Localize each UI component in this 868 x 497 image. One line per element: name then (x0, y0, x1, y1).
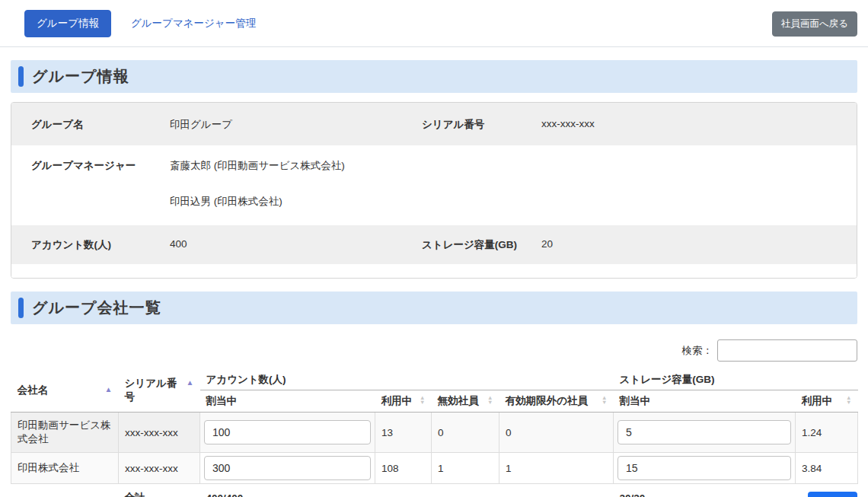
accounts-in-use-cell: 108 (375, 453, 432, 484)
column-header-accounts-allocated: 割当中 (200, 390, 375, 413)
search-row: 検索： (11, 339, 857, 362)
group-manager-label: グループマネージャー (11, 145, 161, 225)
serial-cell: xxx-xxx-xxx (119, 453, 200, 484)
table-row: 印田動画サービス株式会社 xxx-xxx-xxx 13 0 0 1.24 (11, 413, 858, 453)
accounts-allocated-cell (200, 453, 375, 484)
back-to-employee-screen-button[interactable]: 社員画面へ戻る (772, 11, 857, 37)
section-accent-bar (18, 66, 24, 87)
expired-employees-cell: 1 (499, 453, 614, 484)
account-count-value: 400 (161, 225, 404, 264)
sort-ascending-icon[interactable]: ▲ (105, 384, 113, 396)
column-header-company[interactable]: ▲ 会社名 (11, 369, 119, 413)
group-manager-1: 斎藤太郎 (印田動画サービス株式会社) (170, 159, 857, 173)
group-companies-section-header: グループ会社一覧 (11, 292, 857, 324)
group-manager-values: 斎藤太郎 (印田動画サービス株式会社) 印田込男 (印田株式会社) (161, 145, 857, 225)
storage-allocated-cell (614, 453, 796, 484)
column-header-storage-allocated: 割当中 (614, 390, 796, 413)
column-header-expired-employees[interactable]: ▲▼ 有効期限外の社員 (499, 390, 614, 413)
group-info-table: グループ名 印田グループ シリアル番号 xxx-xxx-xxx グループマネージ… (11, 103, 857, 278)
section-accent-bar (18, 298, 24, 318)
column-header-disabled-employees[interactable]: ▲▼ 無効社員 (432, 390, 499, 413)
column-header-disabled-label: 無効社員 (438, 395, 479, 406)
group-name-value: 印田グループ (161, 103, 404, 145)
accounts-in-use-cell: 13 (375, 413, 432, 453)
storage-in-use-cell: 1.24 (796, 413, 858, 453)
storage-in-use-cell: 3.84 (796, 453, 858, 484)
storage-capacity-value: 20 (532, 225, 857, 264)
column-header-company-label: 会社名 (18, 384, 49, 396)
storage-capacity-label: ストレージ容量(GB) (404, 225, 532, 264)
table-row: 印田株式会社 xxx-xxx-xxx 108 1 1 3.84 (11, 453, 858, 484)
expired-employees-cell: 0 (499, 413, 614, 453)
column-group-storage: ストレージ容量(GB) (614, 369, 858, 390)
sort-icon[interactable]: ▲▼ (420, 396, 425, 405)
company-name-cell: 印田株式会社 (11, 453, 119, 484)
group-info-section-header: グループ情報 (11, 60, 857, 93)
serial-number-label: シリアル番号 (404, 103, 532, 145)
column-header-in-use-label: 利用中 (381, 395, 413, 406)
sort-ascending-icon[interactable]: ▲ (187, 377, 194, 389)
accounts-allocated-input[interactable] (204, 420, 371, 444)
group-info-panel: グループ名 印田グループ シリアル番号 xxx-xxx-xxx グループマネージ… (11, 102, 857, 279)
accounts-allocated-input[interactable] (204, 456, 371, 480)
empty-row (11, 264, 857, 278)
search-label: 検索： (682, 344, 713, 358)
storage-allocated-input[interactable] (617, 456, 791, 480)
group-manager-row: グループマネージャー 斎藤太郎 (印田動画サービス株式会社) 印田込男 (印田株… (11, 145, 857, 225)
column-header-in-use-label: 利用中 (802, 395, 833, 406)
serial-number-value: xxx-xxx-xxx (532, 103, 857, 145)
storage-allocated-input[interactable] (617, 420, 791, 444)
group-info-title: グループ情報 (32, 66, 129, 87)
column-header-serial-label: シリアル番号 (125, 378, 177, 403)
serial-cell: xxx-xxx-xxx (119, 413, 200, 453)
column-header-storage-in-use[interactable]: ▲▼ 利用中 (796, 390, 858, 413)
tab-group-info[interactable]: グループ情報 (24, 10, 111, 37)
group-companies-table: ▲ 会社名 ▲ シリアル番号 アカウント数(人) ストレージ容量(GB) 割当中… (11, 369, 858, 497)
group-name-row: グループ名 印田グループ シリアル番号 xxx-xxx-xxx (11, 103, 857, 145)
disabled-employees-cell: 1 (432, 453, 499, 484)
page: グループ情報 グループマネージャー管理 社員画面へ戻る グループ情報 グループ名… (0, 0, 868, 497)
account-storage-row: アカウント数(人) 400 ストレージ容量(GB) 20 (11, 225, 857, 264)
disabled-employees-cell: 0 (432, 413, 499, 453)
sort-icon[interactable]: ▲▼ (846, 396, 851, 405)
top-navigation: グループ情報 グループマネージャー管理 社員画面へ戻る (0, 0, 868, 47)
group-companies-title: グループ会社一覧 (32, 298, 161, 318)
table-header-groups: ▲ 会社名 ▲ シリアル番号 アカウント数(人) ストレージ容量(GB) (11, 369, 858, 390)
accounts-allocated-cell (200, 413, 375, 453)
column-header-serial[interactable]: ▲ シリアル番号 (119, 369, 200, 413)
update-button[interactable]: 更新 (808, 492, 857, 497)
group-manager-2: 印田込男 (印田株式会社) (170, 195, 857, 209)
column-header-accounts-in-use[interactable]: ▲▼ 利用中 (375, 390, 432, 413)
column-group-accounts: アカウント数(人) (200, 369, 614, 390)
sort-icon[interactable]: ▲▼ (487, 396, 493, 405)
tab-group-manager-management[interactable]: グループマネージャー管理 (131, 17, 256, 30)
account-count-label: アカウント数(人) (11, 225, 161, 264)
storage-allocated-cell (614, 413, 796, 453)
search-input[interactable] (717, 339, 857, 362)
company-name-cell: 印田動画サービス株式会社 (11, 413, 119, 453)
column-header-expired-label: 有効期限外の社員 (506, 395, 588, 406)
sort-icon[interactable]: ▲▼ (602, 396, 607, 405)
group-name-label: グループ名 (11, 103, 161, 145)
